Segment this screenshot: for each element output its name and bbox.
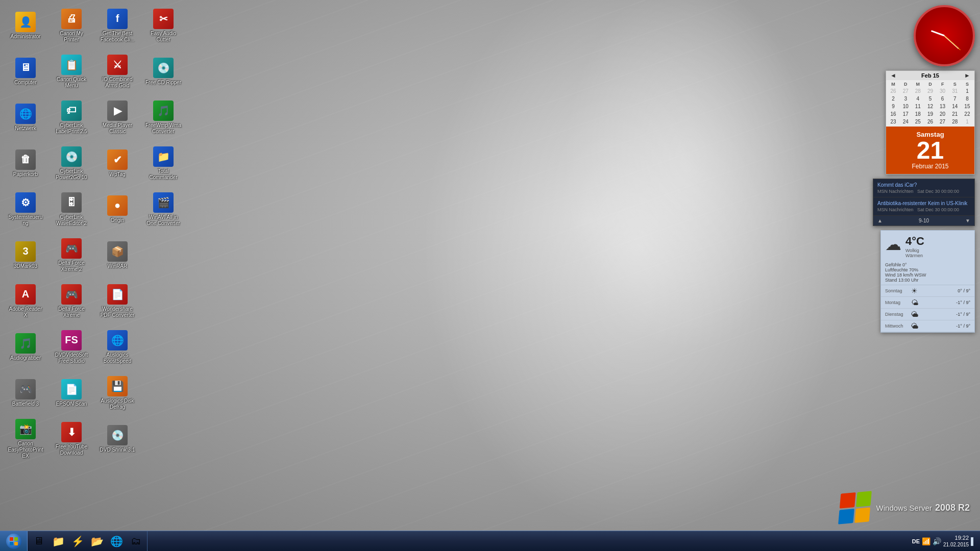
desktop-icon-total-commander[interactable]: 📁Total Commander — [143, 143, 184, 184]
calendar-date-large: Samstag 21 Februar 2015 — [886, 127, 974, 174]
cal-day-0-2[interactable]: 28 — [912, 87, 924, 95]
cal-day-2-3[interactable]: 12 — [924, 103, 936, 110]
cal-day-4-2[interactable]: 25 — [912, 118, 924, 126]
cal-day-1-2[interactable]: 4 — [912, 95, 924, 103]
desktop-icon-systemsteuerung[interactable]: ⚙Systemsteuerung — [5, 189, 46, 230]
cal-day-4-5[interactable]: 28 — [949, 118, 961, 126]
cal-day-0-1[interactable]: 27 — [899, 87, 912, 95]
tray-show-desktop-btn[interactable]: ▌ — [971, 537, 976, 545]
cal-day-2-6[interactable]: 15 — [961, 103, 973, 110]
calendar-header: ◄ Feb 15 ► — [886, 71, 974, 80]
cal-day-0-6[interactable]: 1 — [961, 87, 973, 95]
icon-label-canon-photoprint-ex: Canon EasyPhotoPrint EX — [7, 441, 44, 459]
cal-day-3-4[interactable]: 20 — [937, 110, 949, 118]
cal-day-4-6[interactable]: 1 — [961, 118, 973, 126]
cal-day-2-1[interactable]: 10 — [899, 103, 912, 110]
desktop-icon-wptag[interactable]: ✔WpTag — [97, 143, 138, 184]
desktop-icon-netzwerk[interactable]: 🌐Netzwerk — [5, 97, 46, 138]
cal-day-3-5[interactable]: 21 — [949, 110, 961, 118]
desktop-icon-adobe-reader-x[interactable]: AAdobe Reader X — [5, 281, 46, 321]
desktop-icon-origin[interactable]: ●Origin — [97, 189, 138, 230]
tray-clock[interactable]: 19:22 21.02.2015 — [943, 534, 969, 548]
desktop-icon-freewmp-wma-converter[interactable]: 🎵FreeWmp Wma Converter — [143, 97, 184, 138]
taskbar-pin-files[interactable]: 📂 — [88, 532, 106, 550]
cal-day-4-4[interactable]: 27 — [937, 118, 949, 126]
desktop-icon-administrator[interactable]: 👤Administrator — [5, 5, 46, 46]
taskbar-pin-folder[interactable]: 📁 — [49, 532, 67, 550]
icon-image-origin: ● — [107, 195, 128, 216]
cal-day-3-1[interactable]: 17 — [899, 110, 912, 118]
news-prev-btn[interactable]: ▲ — [877, 218, 883, 223]
desktop-icon-3dmark03[interactable]: 33DMark03 — [5, 235, 46, 276]
cal-day-0-0[interactable]: 26 — [887, 87, 899, 95]
taskbar-pin-explorer[interactable]: 🖥 — [30, 532, 48, 550]
news-item-1[interactable]: Kommt das iCar? MSN Nachrichten Sat Dec … — [873, 179, 974, 197]
cal-day-3-3[interactable]: 19 — [924, 110, 936, 118]
calendar-next-btn[interactable]: ► — [962, 72, 972, 79]
icon-label-easy-audio-cutter: Easy Audio Cutter — [145, 31, 182, 43]
desktop-icon-free-youtube-download[interactable]: ⬇Free YouTube Download — [51, 418, 92, 459]
cal-day-1-3[interactable]: 5 — [924, 95, 936, 103]
desktop-icon-canon-my-printer[interactable]: 🖨Canon My Printer — [51, 5, 92, 46]
cal-day-2-4[interactable]: 13 — [937, 103, 949, 110]
desktop-icon-cyberlink-wave-editor[interactable]: 🎛CyberLink WaveEditor 2 — [51, 189, 92, 230]
cal-day-1-0[interactable]: 2 — [887, 95, 899, 103]
desktop-icon-canon-quick-menu[interactable]: 📋Canon Quick Menu — [51, 51, 92, 92]
news-next-btn[interactable]: ▼ — [965, 218, 970, 223]
desktop-icon-cyberlink-power2go[interactable]: 💿CyberLink Power2Go 10 — [51, 143, 92, 184]
desktop-icon-free-cd-ripper[interactable]: 💿Free CD Ripper — [143, 51, 184, 92]
icon-image-papierkorb: 🗑 — [15, 149, 36, 170]
cal-day-1-6[interactable]: 8 — [961, 95, 973, 103]
desktop-icon-computer[interactable]: 🖥Computer — [5, 51, 46, 92]
cal-day-1-4[interactable]: 6 — [937, 95, 949, 103]
desktop-icon-wondershare-pdf[interactable]: 📄Wondershare PDF Converter — [97, 281, 138, 321]
icon-image-freewmp-wma-converter: 🎵 — [153, 101, 174, 121]
desktop-icon-delta-force-xtreme2[interactable]: 🎮Delta Force Xtreme 2 — [51, 235, 92, 276]
cal-day-2-2[interactable]: 11 — [912, 103, 924, 110]
cal-day-0-4[interactable]: 30 — [937, 87, 949, 95]
tray-volume-icon[interactable]: 🔊 — [933, 537, 941, 545]
tray-network-icon[interactable]: 📶 — [922, 537, 930, 545]
news-title-1: Kommt das iCar? — [877, 182, 970, 188]
calendar-prev-btn[interactable]: ◄ — [888, 72, 898, 79]
desktop-icon-auslogics-boostspeed[interactable]: 🌐Auslogics BoostSpeed — [97, 327, 138, 367]
desktop-icon-grid: 👤Administrator🖨Canon My PrinterfGet The … — [0, 0, 806, 531]
cal-day-1-1[interactable]: 3 — [899, 95, 912, 103]
weather-details: Gefühle 0°Luftfeuchte 70%Wind 18 km/h WS… — [881, 262, 974, 285]
calendar-widget: ◄ Feb 15 ► M D M D F S S 262728293031123… — [886, 70, 975, 174]
desktop-icon-winavi-all-in-one[interactable]: 🎬WinAVI All in One Converter — [143, 189, 184, 230]
cal-day-0-3[interactable]: 29 — [924, 87, 936, 95]
cal-day-4-0[interactable]: 23 — [887, 118, 899, 126]
cal-day-4-1[interactable]: 24 — [899, 118, 912, 126]
cal-day-1-5[interactable]: 7 — [949, 95, 961, 103]
desktop-icon-winrar[interactable]: 📦WinRAR — [97, 235, 138, 276]
start-button[interactable] — [0, 531, 28, 551]
desktop-icon-auslogics-disk-defrag[interactable]: 💾Auslogics Disk Defrag — [97, 372, 138, 413]
cal-day-4-3[interactable]: 26 — [924, 118, 936, 126]
desktop-icon-dvd-shrink[interactable]: 💿DVD Shrink 3.1 — [97, 418, 138, 459]
desktop-icon-io-combined-arms-gold[interactable]: ⚔IO Combined Arms Gold — [97, 51, 138, 92]
desktop-icon-delta-force-xtreme[interactable]: 🎮Delta Force Xtreme — [51, 281, 92, 321]
desktop-icon-get-facebook[interactable]: fGet The Best Facebook Cli... — [97, 5, 138, 46]
desktop-icon-papierkorb[interactable]: 🗑Papierkorb — [5, 143, 46, 184]
desktop-icon-canon-photoprint-ex[interactable]: 📸Canon EasyPhotoPrint EX — [5, 418, 46, 459]
desktop-icon-easy-audio-cutter[interactable]: ✂Easy Audio Cutter — [143, 5, 184, 46]
desktop-icon-media-player-classic[interactable]: ▶Media Player Classic — [97, 97, 138, 138]
cal-day-2-0[interactable]: 9 — [887, 103, 899, 110]
icon-spacer — [143, 235, 184, 276]
taskbar-pin-misc[interactable]: 🗂 — [127, 532, 145, 550]
desktop-icon-cyberlink-label-print[interactable]: 🏷CyberLink LabelPrint 2.5 — [51, 97, 92, 138]
desktop-icon-audiograbber[interactable]: 🎵Audiograbber — [5, 327, 46, 367]
desktop-icon-dvdvideosoft[interactable]: FSDVDVideoSoft Free Studio — [51, 327, 92, 367]
desktop-icon-battlefield3[interactable]: 🎮Battlefield 3 — [5, 372, 46, 413]
taskbar-pin-browser[interactable]: 🌐 — [107, 532, 126, 550]
cal-day-3-0[interactable]: 16 — [887, 110, 899, 118]
news-item-2[interactable]: Antibiotika-resistenter Keim in US-Klini… — [873, 197, 974, 216]
desktop-icon-epson-scan[interactable]: 📄EPSON Scan — [51, 372, 92, 413]
taskbar-pin-tools[interactable]: ⚡ — [68, 532, 87, 550]
cal-day-0-5[interactable]: 31 — [949, 87, 961, 95]
cal-day-3-6[interactable]: 22 — [961, 110, 973, 118]
cal-day-3-2[interactable]: 18 — [912, 110, 924, 118]
cal-day-2-5[interactable]: 14 — [949, 103, 961, 110]
calendar-month-year: Feb 15 — [898, 72, 962, 79]
